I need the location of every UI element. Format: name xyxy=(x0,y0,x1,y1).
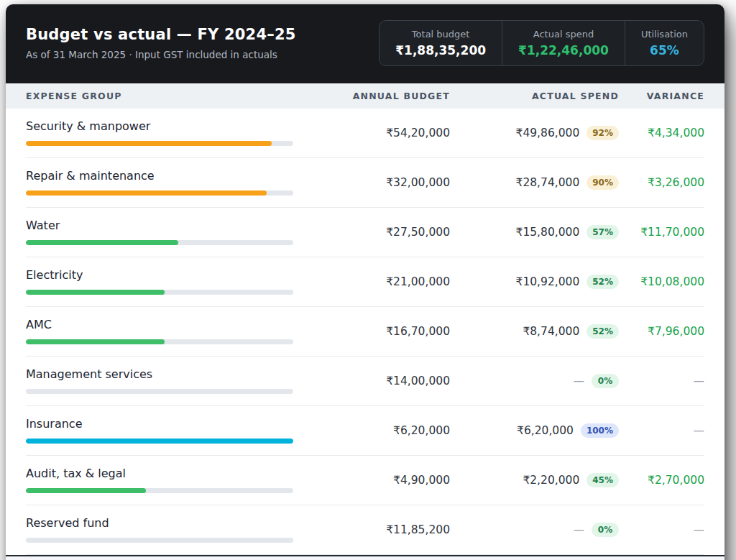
stat-value: ₹1,22,46,000 xyxy=(518,43,609,58)
expense-cell: AMC xyxy=(26,318,317,344)
stat-total-budget: Total budget ₹1,88,35,200 xyxy=(380,21,502,65)
progress-track xyxy=(26,240,293,245)
table-row: AMC ₹16,70,000 ₹8,74,000 52% ₹7,96,000 xyxy=(26,307,704,357)
variance: ₹4,34,000 xyxy=(619,127,704,139)
utilisation-badge: 100% xyxy=(581,423,619,438)
table-row: Security & manpower ₹54,20,000 ₹49,86,00… xyxy=(26,109,704,158)
column-header-variance: Variance xyxy=(619,91,704,101)
table-row: Repair & maintenance ₹32,00,000 ₹28,74,0… xyxy=(26,158,704,208)
variance: — xyxy=(619,523,704,536)
stat-label: Actual spend xyxy=(518,29,609,40)
utilisation-badge: 57% xyxy=(586,225,619,239)
actual-cell: ₹15,80,000 57% xyxy=(450,225,619,239)
expense-name: Management services xyxy=(26,367,317,381)
actual-cell: ₹28,74,000 90% xyxy=(450,175,619,190)
variance: ₹3,26,000 xyxy=(619,176,704,189)
actual-cell: — 0% xyxy=(450,523,619,537)
table-header: Expense group Annual budget Actual spend… xyxy=(6,83,724,109)
actual-cell: ₹8,74,000 52% xyxy=(450,324,619,339)
stat-label: Total budget xyxy=(395,29,486,40)
expense-cell: Reserved fund xyxy=(26,516,317,543)
expense-name: Insurance xyxy=(26,417,317,431)
stat-actual-spend: Actual spend ₹1,22,46,000 xyxy=(502,21,625,65)
actual-amount: ₹6,20,000 xyxy=(517,424,574,437)
expense-name: Water xyxy=(26,219,317,232)
progress-track xyxy=(26,488,293,493)
header-left: Budget vs actual — FY 2024–25 As of 31 M… xyxy=(26,26,296,60)
annual-budget: ₹14,00,000 xyxy=(317,375,450,387)
variance: ₹7,96,000 xyxy=(619,325,704,338)
variance: — xyxy=(619,424,704,437)
table-row: Management services ₹14,00,000 — 0% — xyxy=(26,357,704,406)
annual-budget: ₹54,20,000 xyxy=(317,127,450,139)
annual-budget: ₹4,90,000 xyxy=(317,474,450,487)
actual-cell: ₹6,20,000 100% xyxy=(450,423,619,438)
expense-cell: Insurance xyxy=(26,417,317,444)
actual-amount: ₹10,92,000 xyxy=(516,275,580,288)
expense-cell: Electricity xyxy=(26,268,317,295)
utilisation-badge: 0% xyxy=(592,374,619,388)
utilisation-badge: 52% xyxy=(586,324,619,339)
expense-cell: Audit, tax & legal xyxy=(26,467,317,493)
actual-amount: — xyxy=(574,375,585,387)
progress-fill xyxy=(26,240,178,245)
utilisation-badge: 0% xyxy=(592,523,619,537)
annual-budget: ₹21,00,000 xyxy=(317,275,450,288)
column-header-expense-group: Expense group xyxy=(26,91,317,101)
progress-track xyxy=(26,339,293,344)
progress-track xyxy=(26,191,293,196)
utilisation-badge: 52% xyxy=(586,275,619,289)
table-row: Water ₹27,50,000 ₹15,80,000 57% ₹11,70,0… xyxy=(26,208,704,257)
stat-utilisation: Utilisation 65% xyxy=(625,21,704,65)
annual-budget: ₹6,20,000 xyxy=(317,424,450,437)
budget-report-card: Budget vs actual — FY 2024–25 As of 31 M… xyxy=(6,4,724,560)
table-body: Security & manpower ₹54,20,000 ₹49,86,00… xyxy=(6,109,724,555)
progress-track xyxy=(26,290,293,295)
report-header: Budget vs actual — FY 2024–25 As of 31 M… xyxy=(6,4,724,83)
expense-name: Audit, tax & legal xyxy=(26,467,317,480)
expense-name: Reserved fund xyxy=(26,516,317,530)
actual-amount: ₹49,86,000 xyxy=(516,127,580,139)
actual-amount: ₹15,80,000 xyxy=(516,226,580,239)
annual-budget: ₹11,85,200 xyxy=(317,523,450,536)
progress-track xyxy=(26,141,293,146)
annual-budget: ₹32,00,000 xyxy=(317,176,450,189)
progress-track xyxy=(26,389,293,394)
actual-cell: ₹2,20,000 45% xyxy=(450,473,619,487)
utilisation-badge: 45% xyxy=(586,473,619,487)
column-header-actual-spend: Actual spend xyxy=(450,91,619,101)
expense-name: Repair & maintenance xyxy=(26,169,317,183)
table-row: Audit, tax & legal ₹4,90,000 ₹2,20,000 4… xyxy=(26,456,704,505)
expense-cell: Management services xyxy=(26,367,317,394)
total-row: Total ₹1,88,35,200 ₹1,22,46,000 65% ₹65,… xyxy=(6,555,724,560)
summary-stats: Total budget ₹1,88,35,200 Actual spend ₹… xyxy=(379,20,704,66)
table-row: Insurance ₹6,20,000 ₹6,20,000 100% — xyxy=(26,406,704,456)
column-header-annual-budget: Annual budget xyxy=(317,91,450,101)
expense-name: Electricity xyxy=(26,268,317,282)
variance: ₹2,70,000 xyxy=(619,474,704,487)
progress-fill xyxy=(26,290,165,295)
utilisation-badge: 90% xyxy=(586,175,619,190)
progress-fill xyxy=(26,488,146,493)
progress-track xyxy=(26,439,293,444)
progress-fill xyxy=(26,339,165,344)
annual-budget: ₹27,50,000 xyxy=(317,226,450,239)
actual-cell: — 0% xyxy=(450,374,619,388)
progress-fill xyxy=(26,191,267,196)
expense-cell: Repair & maintenance xyxy=(26,169,317,196)
progress-track xyxy=(26,538,293,543)
table-row: Electricity ₹21,00,000 ₹10,92,000 52% ₹1… xyxy=(26,257,704,307)
actual-amount: ₹8,74,000 xyxy=(523,325,579,338)
stat-label: Utilisation xyxy=(641,29,688,40)
variance: — xyxy=(619,375,704,387)
actual-amount: — xyxy=(574,523,585,536)
expense-name: AMC xyxy=(26,318,317,331)
expense-cell: Water xyxy=(26,219,317,245)
actual-cell: ₹49,86,000 92% xyxy=(450,126,619,140)
progress-fill xyxy=(26,439,293,444)
table-row: Reserved fund ₹11,85,200 — 0% — xyxy=(26,505,704,555)
stat-value: ₹1,88,35,200 xyxy=(395,43,486,58)
actual-amount: ₹28,74,000 xyxy=(516,176,580,189)
expense-name: Security & manpower xyxy=(26,119,317,133)
page-subtitle: As of 31 March 2025 · Input GST included… xyxy=(26,49,296,60)
